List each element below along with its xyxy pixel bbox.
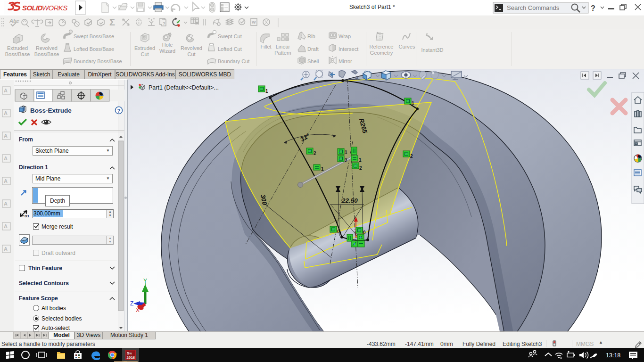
svg-text:2: 2 <box>410 154 413 159</box>
svg-text:2: 2 <box>345 158 347 163</box>
svg-text:Boss-Extrude: Boss-Extrude <box>30 107 72 114</box>
svg-text:A: A <box>4 201 8 206</box>
svg-text:Part1 (Default<<Default>...: Part1 (Default<<Default>... <box>149 84 219 91</box>
svg-text:1: 1 <box>412 101 414 106</box>
svg-text:1: 1 <box>321 166 324 172</box>
svg-text:22.50: 22.50 <box>341 197 358 204</box>
svg-text:1: 1 <box>345 150 347 155</box>
svg-text:D1: D1 <box>25 214 30 218</box>
svg-text:2: 2 <box>359 165 362 171</box>
svg-text:A: A <box>355 74 359 82</box>
svg-text:A: A <box>4 133 8 139</box>
svg-text:SOLID: SOLID <box>22 4 43 12</box>
svg-text:Σ: Σ <box>109 17 115 27</box>
svg-text:0: 0 <box>337 229 340 234</box>
svg-text:A: A <box>4 156 8 161</box>
svg-text:?: ? <box>117 108 121 114</box>
svg-text:1: 1 <box>359 157 362 163</box>
svg-text:Abc: Abc <box>9 18 19 24</box>
svg-text:WORKS: WORKS <box>42 4 67 12</box>
svg-text:Y: Y <box>143 278 147 284</box>
svg-text:?: ? <box>591 4 595 12</box>
svg-text:A: A <box>4 178 8 184</box>
svg-text:W: W <box>252 20 256 25</box>
svg-text:2: 2 <box>314 151 316 156</box>
svg-text:13:18: 13:18 <box>606 352 620 359</box>
svg-text:?: ? <box>163 21 165 26</box>
svg-text:SW: SW <box>127 351 132 355</box>
svg-text:A: A <box>4 223 8 229</box>
svg-text:2016: 2016 <box>127 355 135 360</box>
svg-text:Search Commands: Search Commands <box>507 4 560 11</box>
svg-text:A: A <box>4 110 8 116</box>
svg-text:X: X <box>136 307 140 313</box>
svg-text:A: A <box>4 88 8 93</box>
svg-text:1: 1 <box>265 89 268 94</box>
svg-text:A: A <box>4 246 8 252</box>
svg-text:Z: Z <box>130 300 133 307</box>
